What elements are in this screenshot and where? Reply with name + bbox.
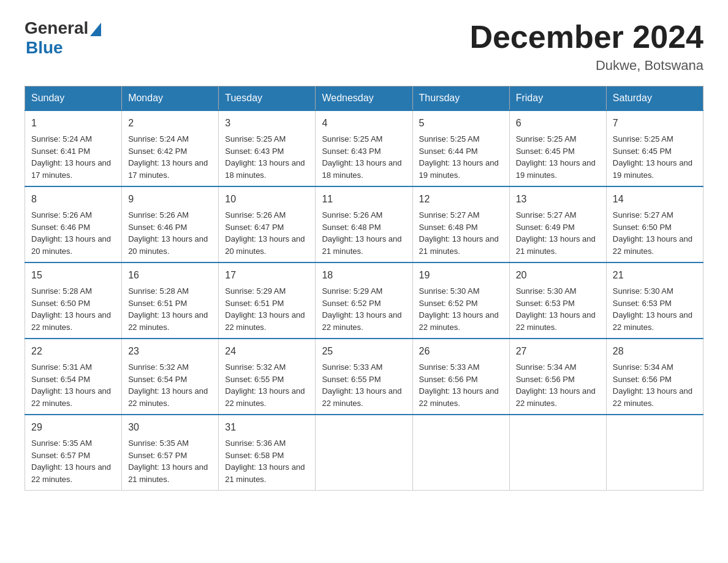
page-header: General Blue December 2024 Dukwe, Botswa…	[25, 18, 703, 74]
calendar-day-cell: 28 Sunrise: 5:34 AMSunset: 6:56 PMDaylig…	[606, 339, 703, 415]
calendar-day-cell: 5 Sunrise: 5:25 AMSunset: 6:44 PMDayligh…	[412, 110, 509, 186]
calendar-day-cell: 21 Sunrise: 5:30 AMSunset: 6:53 PMDaylig…	[606, 262, 703, 339]
day-number: 4	[322, 116, 406, 131]
day-number: 9	[128, 192, 212, 207]
day-info: Sunrise: 5:33 AMSunset: 6:55 PMDaylight:…	[322, 362, 401, 408]
calendar-day-cell	[412, 415, 509, 491]
calendar-day-cell: 12 Sunrise: 5:27 AMSunset: 6:48 PMDaylig…	[412, 186, 509, 262]
subtitle: Dukwe, Botswana	[469, 58, 703, 74]
day-number: 13	[516, 192, 600, 207]
calendar-day-cell: 7 Sunrise: 5:25 AMSunset: 6:45 PMDayligh…	[606, 110, 703, 186]
day-info: Sunrise: 5:27 AMSunset: 6:48 PMDaylight:…	[419, 210, 499, 256]
day-info: Sunrise: 5:30 AMSunset: 6:53 PMDaylight:…	[613, 286, 692, 332]
day-info: Sunrise: 5:25 AMSunset: 6:45 PMDaylight:…	[516, 134, 596, 180]
calendar-day-header: Thursday	[412, 86, 509, 111]
day-info: Sunrise: 5:25 AMSunset: 6:45 PMDaylight:…	[613, 134, 692, 180]
day-number: 24	[225, 344, 309, 359]
day-number: 30	[128, 420, 212, 435]
day-number: 25	[322, 344, 406, 359]
calendar-day-cell	[606, 415, 703, 491]
calendar-day-cell: 15 Sunrise: 5:28 AMSunset: 6:50 PMDaylig…	[25, 262, 122, 339]
day-info: Sunrise: 5:32 AMSunset: 6:54 PMDaylight:…	[128, 362, 208, 408]
calendar-day-cell: 26 Sunrise: 5:33 AMSunset: 6:56 PMDaylig…	[412, 339, 509, 415]
day-info: Sunrise: 5:27 AMSunset: 6:49 PMDaylight:…	[516, 210, 596, 256]
day-number: 20	[516, 268, 600, 283]
calendar-day-cell: 25 Sunrise: 5:33 AMSunset: 6:55 PMDaylig…	[316, 339, 412, 415]
day-info: Sunrise: 5:28 AMSunset: 6:50 PMDaylight:…	[31, 286, 111, 332]
day-info: Sunrise: 5:34 AMSunset: 6:56 PMDaylight:…	[613, 362, 692, 408]
calendar-day-cell: 3 Sunrise: 5:25 AMSunset: 6:43 PMDayligh…	[219, 110, 316, 186]
day-info: Sunrise: 5:30 AMSunset: 6:52 PMDaylight:…	[419, 286, 499, 332]
day-info: Sunrise: 5:26 AMSunset: 6:46 PMDaylight:…	[128, 210, 208, 256]
day-info: Sunrise: 5:33 AMSunset: 6:56 PMDaylight:…	[419, 362, 499, 408]
day-number: 8	[31, 192, 115, 207]
day-number: 12	[419, 192, 503, 207]
day-info: Sunrise: 5:34 AMSunset: 6:56 PMDaylight:…	[516, 362, 596, 408]
main-title: December 2024	[469, 18, 703, 55]
calendar-day-cell: 24 Sunrise: 5:32 AMSunset: 6:55 PMDaylig…	[219, 339, 316, 415]
day-number: 26	[419, 344, 503, 359]
day-number: 29	[31, 420, 115, 435]
calendar-day-cell: 20 Sunrise: 5:30 AMSunset: 6:53 PMDaylig…	[509, 262, 606, 339]
calendar-week-row: 29 Sunrise: 5:35 AMSunset: 6:57 PMDaylig…	[25, 415, 703, 491]
day-info: Sunrise: 5:29 AMSunset: 6:52 PMDaylight:…	[322, 286, 401, 332]
day-number: 22	[31, 344, 115, 359]
day-info: Sunrise: 5:24 AMSunset: 6:42 PMDaylight:…	[128, 134, 208, 180]
logo-general-text: General	[25, 18, 88, 38]
day-number: 6	[516, 116, 600, 131]
calendar-header-row: SundayMondayTuesdayWednesdayThursdayFrid…	[25, 86, 703, 111]
day-number: 3	[225, 116, 309, 131]
day-info: Sunrise: 5:25 AMSunset: 6:44 PMDaylight:…	[419, 134, 499, 180]
calendar-day-header: Monday	[122, 86, 219, 111]
day-number: 28	[613, 344, 697, 359]
calendar-day-header: Tuesday	[219, 86, 316, 111]
calendar-week-row: 15 Sunrise: 5:28 AMSunset: 6:50 PMDaylig…	[25, 262, 703, 339]
day-number: 5	[419, 116, 503, 131]
calendar-day-cell: 1 Sunrise: 5:24 AMSunset: 6:41 PMDayligh…	[25, 110, 122, 186]
calendar-day-header: Sunday	[25, 86, 122, 111]
day-info: Sunrise: 5:30 AMSunset: 6:53 PMDaylight:…	[516, 286, 596, 332]
day-number: 31	[225, 420, 309, 435]
day-info: Sunrise: 5:26 AMSunset: 6:46 PMDaylight:…	[31, 210, 111, 256]
calendar-day-cell: 14 Sunrise: 5:27 AMSunset: 6:50 PMDaylig…	[606, 186, 703, 262]
day-info: Sunrise: 5:25 AMSunset: 6:43 PMDaylight:…	[322, 134, 401, 180]
calendar-day-cell: 17 Sunrise: 5:29 AMSunset: 6:51 PMDaylig…	[219, 262, 316, 339]
day-number: 17	[225, 268, 309, 283]
day-number: 7	[613, 116, 697, 131]
logo: General Blue	[25, 18, 101, 58]
day-number: 23	[128, 344, 212, 359]
day-info: Sunrise: 5:25 AMSunset: 6:43 PMDaylight:…	[225, 134, 305, 180]
calendar-day-cell: 31 Sunrise: 5:36 AMSunset: 6:58 PMDaylig…	[219, 415, 316, 491]
day-number: 15	[31, 268, 115, 283]
calendar-day-cell	[316, 415, 412, 491]
day-number: 11	[322, 192, 406, 207]
title-block: December 2024 Dukwe, Botswana	[469, 18, 703, 74]
calendar-day-cell: 18 Sunrise: 5:29 AMSunset: 6:52 PMDaylig…	[316, 262, 412, 339]
svg-marker-0	[90, 23, 101, 36]
calendar-day-header: Wednesday	[316, 86, 412, 111]
logo-triangle-icon	[90, 23, 101, 36]
calendar-day-cell: 6 Sunrise: 5:25 AMSunset: 6:45 PMDayligh…	[509, 110, 606, 186]
calendar-day-cell: 8 Sunrise: 5:26 AMSunset: 6:46 PMDayligh…	[25, 186, 122, 262]
day-number: 21	[613, 268, 697, 283]
day-info: Sunrise: 5:26 AMSunset: 6:48 PMDaylight:…	[322, 210, 401, 256]
calendar-week-row: 1 Sunrise: 5:24 AMSunset: 6:41 PMDayligh…	[25, 110, 703, 186]
day-info: Sunrise: 5:27 AMSunset: 6:50 PMDaylight:…	[613, 210, 692, 256]
calendar-week-row: 8 Sunrise: 5:26 AMSunset: 6:46 PMDayligh…	[25, 186, 703, 262]
day-info: Sunrise: 5:35 AMSunset: 6:57 PMDaylight:…	[31, 439, 111, 484]
logo-blue-text: Blue	[26, 38, 63, 58]
calendar-day-cell: 22 Sunrise: 5:31 AMSunset: 6:54 PMDaylig…	[25, 339, 122, 415]
day-info: Sunrise: 5:31 AMSunset: 6:54 PMDaylight:…	[31, 362, 111, 408]
calendar-day-cell: 10 Sunrise: 5:26 AMSunset: 6:47 PMDaylig…	[219, 186, 316, 262]
calendar-day-header: Friday	[509, 86, 606, 111]
calendar-day-cell: 2 Sunrise: 5:24 AMSunset: 6:42 PMDayligh…	[122, 110, 219, 186]
day-number: 10	[225, 192, 309, 207]
day-info: Sunrise: 5:26 AMSunset: 6:47 PMDaylight:…	[225, 210, 305, 256]
day-number: 16	[128, 268, 212, 283]
calendar-day-cell	[509, 415, 606, 491]
calendar-day-cell: 29 Sunrise: 5:35 AMSunset: 6:57 PMDaylig…	[25, 415, 122, 491]
day-info: Sunrise: 5:35 AMSunset: 6:57 PMDaylight:…	[128, 439, 208, 484]
calendar-day-cell: 27 Sunrise: 5:34 AMSunset: 6:56 PMDaylig…	[509, 339, 606, 415]
calendar-day-cell: 13 Sunrise: 5:27 AMSunset: 6:49 PMDaylig…	[509, 186, 606, 262]
day-number: 19	[419, 268, 503, 283]
